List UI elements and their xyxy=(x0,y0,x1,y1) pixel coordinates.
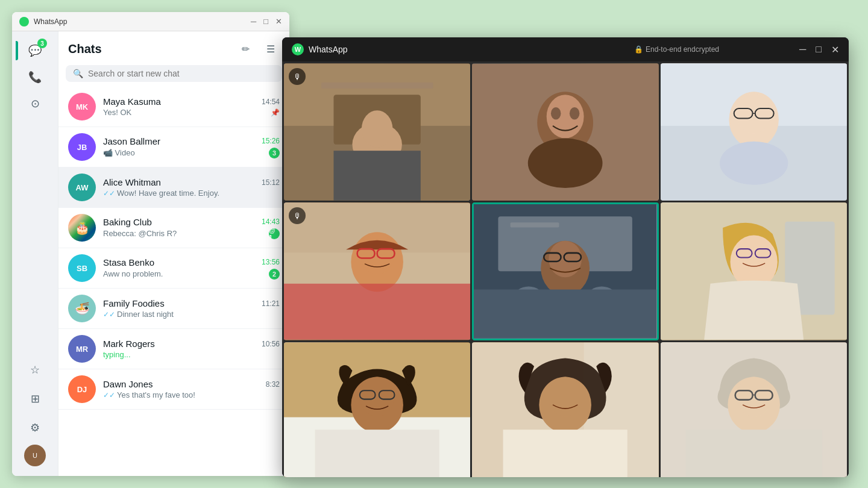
video-cell-1: 🎙 xyxy=(284,63,470,201)
pin-icon: 📌 xyxy=(271,108,280,117)
chat-name: Alice Whitman xyxy=(103,177,161,187)
encryption-badge: 🔒 End-to-end endcrypted xyxy=(554,45,799,54)
star-icon: ☆ xyxy=(30,363,40,377)
double-check-icon: ✓✓ xyxy=(103,310,115,319)
archived-chats-button[interactable]: ⊞ xyxy=(23,387,47,411)
vc-window-controls: ─ □ ✕ xyxy=(799,44,839,55)
mention-badge: @ 1 xyxy=(269,228,280,239)
vc-maximize-button[interactable]: □ xyxy=(816,44,822,55)
chat-preview: Dinner last night xyxy=(117,310,174,319)
list-item[interactable]: DJ Dawn Jones 8:32 ✓✓ Yes that's my fave… xyxy=(58,369,289,410)
list-item[interactable]: MK Maya Kasuma 14:54 Yes! OK 📌 xyxy=(58,87,289,127)
starred-messages-button[interactable]: ☆ xyxy=(23,358,47,382)
svg-rect-63 xyxy=(685,430,822,477)
chat-time: 14:54 xyxy=(262,98,280,106)
sidebar-item-calls[interactable]: 📞 xyxy=(23,65,47,89)
svg-rect-31 xyxy=(511,223,559,228)
search-icon: 🔍 xyxy=(73,69,83,78)
close-button[interactable]: ✕ xyxy=(275,17,282,26)
chats-title: Chats xyxy=(68,42,102,56)
svg-rect-38 xyxy=(474,290,656,339)
chat-preview: typing... xyxy=(103,350,131,359)
minimize-button[interactable]: ─ xyxy=(251,17,256,26)
maximize-button[interactable]: □ xyxy=(263,17,268,26)
double-check-icon: ✓✓ xyxy=(103,391,115,399)
chats-panel: Chats ✏ ☰ 🔍 MK xyxy=(58,31,289,476)
lock-icon: 🔒 xyxy=(634,45,643,54)
avatar: MR xyxy=(68,335,96,363)
video-cell-6 xyxy=(661,202,847,340)
svg-rect-6 xyxy=(333,151,420,200)
svg-point-59 xyxy=(736,377,771,416)
chat-name: Baking Club xyxy=(103,217,152,227)
avatar: 🍜 xyxy=(68,295,96,322)
chat-time: 15:26 xyxy=(262,137,280,145)
svg-rect-2 xyxy=(321,83,433,89)
list-item[interactable]: MR Mark Rogers 10:56 typing... xyxy=(58,329,289,369)
person-video-6 xyxy=(661,202,847,340)
chat-content: Mark Rogers 10:56 typing... xyxy=(103,339,280,359)
chat-preview: Wow! Have great time. Enjoy. xyxy=(117,189,219,198)
vc-logo: W xyxy=(292,43,304,55)
chat-content: Stasa Benko 13:56 Aww no problem. 2 xyxy=(103,257,280,280)
svg-point-13 xyxy=(528,139,603,188)
chat-content: Dawn Jones 8:32 ✓✓ Yes that's my fave to… xyxy=(103,379,280,399)
avatar: DJ xyxy=(68,375,96,403)
svg-rect-56 xyxy=(503,430,627,477)
sidebar-item-status[interactable]: ⊙ xyxy=(23,92,47,116)
chat-content: Alice Whitman 15:12 ✓✓ Wow! Have great t… xyxy=(103,177,280,198)
svg-point-5 xyxy=(362,110,393,148)
list-item[interactable]: 🍜 Family Foodies 11:21 ✓✓ Dinner last ni… xyxy=(58,289,289,329)
svg-rect-28 xyxy=(284,284,470,340)
chat-preview: Rebecca: @Chris R? xyxy=(103,229,177,238)
app-title: WhatsApp xyxy=(34,17,251,26)
person-video-8 xyxy=(472,342,658,477)
video-cell-8 xyxy=(472,342,658,477)
unread-badge: 3 xyxy=(269,148,280,158)
chat-name: Dawn Jones xyxy=(103,379,153,389)
whatsapp-main-window: WhatsApp ─ □ ✕ 💬 3 📞 ⊙ ☆ xyxy=(12,12,289,476)
user-avatar[interactable]: U xyxy=(24,445,46,466)
sidebar-bottom: ☆ ⊞ ⚙ U xyxy=(23,358,47,476)
chats-header: Chats ✏ ☰ xyxy=(58,31,289,63)
vc-app-title: WhatsApp xyxy=(309,45,554,54)
chat-name: Jason Ballmer xyxy=(103,136,160,146)
list-item[interactable]: AW Alice Whitman 15:12 ✓✓ Wow! Have grea… xyxy=(58,167,289,208)
chat-content: Jason Ballmer 15:26 📹 Video 3 xyxy=(103,136,280,158)
video-cell-2 xyxy=(472,63,658,201)
vc-close-button[interactable]: ✕ xyxy=(831,44,839,55)
window-controls: ─ □ ✕ xyxy=(251,17,282,26)
filter-button[interactable]: ☰ xyxy=(262,40,280,58)
svg-point-12 xyxy=(570,107,579,120)
list-item[interactable]: JB Jason Ballmer 15:26 📹 Video 3 xyxy=(58,127,289,167)
avatar: SB xyxy=(68,254,96,282)
search-input[interactable] xyxy=(88,69,275,78)
mute-icon: 🎙 xyxy=(294,72,301,81)
chat-name: Stasa Benko xyxy=(103,257,154,267)
filter-icon: ☰ xyxy=(266,43,275,55)
new-chat-button[interactable]: ✏ xyxy=(236,40,254,58)
list-item[interactable]: 🎂 Baking Club 14:43 Rebecca: @Chris R? @… xyxy=(58,208,289,248)
video-cell-4: 🎙 xyxy=(284,202,470,340)
vc-minimize-button[interactable]: ─ xyxy=(799,44,806,55)
chat-time: 14:43 xyxy=(262,217,280,226)
unread-badge: 2 xyxy=(269,269,280,280)
outer-title-bar: WhatsApp ─ □ ✕ xyxy=(12,12,289,31)
svg-point-11 xyxy=(551,107,561,120)
video-cell-5 xyxy=(472,202,658,340)
avatar: 🎂 xyxy=(68,214,96,242)
person-video-2 xyxy=(472,63,658,201)
search-bar[interactable]: 🔍 xyxy=(66,65,282,82)
svg-rect-51 xyxy=(315,430,439,477)
settings-button[interactable]: ⚙ xyxy=(23,416,47,440)
chat-preview: Yes! OK xyxy=(103,108,131,117)
chat-time: 10:56 xyxy=(262,340,280,348)
gear-icon: ⚙ xyxy=(30,421,40,434)
sidebar-item-chats[interactable]: 💬 3 xyxy=(23,39,47,63)
chat-time: 15:12 xyxy=(262,178,280,187)
list-item[interactable]: SB Stasa Benko 13:56 Aww no problem. 2 xyxy=(58,248,289,289)
mute-icon-4: 🎙 xyxy=(294,211,301,221)
avatar: JB xyxy=(68,133,96,161)
person-video-9 xyxy=(661,342,847,477)
svg-point-42 xyxy=(738,236,770,274)
